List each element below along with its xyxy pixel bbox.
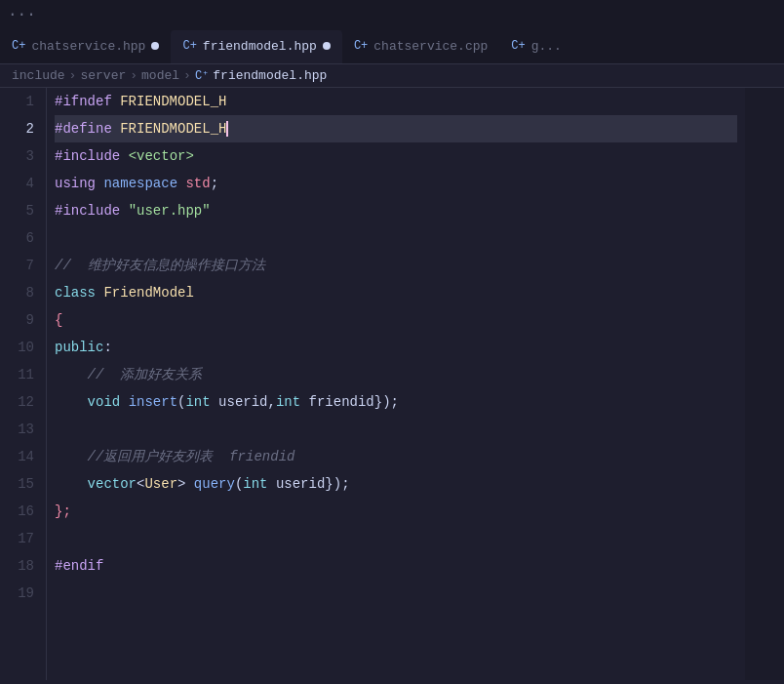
token-15-8: int: [243, 470, 267, 498]
code-line-6: [55, 224, 737, 252]
code-line-19: [55, 580, 737, 607]
token-4-4: std: [185, 170, 210, 197]
token-12-9: int: [276, 388, 300, 416]
token-8-2: FriendModel: [103, 279, 193, 306]
code-line-14: //返回用户好友列表 friendid: [55, 443, 737, 470]
token-11-0: //: [55, 361, 112, 388]
cpp-icon: C⁺: [195, 68, 209, 83]
line-number-18: 18: [8, 552, 34, 580]
line-number-12: 12: [8, 388, 34, 416]
code-line-5: #include "user.hpp": [55, 197, 737, 224]
token-4-5: ;: [211, 170, 218, 197]
line-number-17: 17: [8, 525, 34, 552]
code-line-1: #ifndef FRIENDMODEL_H: [55, 88, 737, 115]
tab-g-partial[interactable]: C+g...: [499, 30, 573, 63]
token-15-3: User: [144, 470, 177, 498]
token-15-1: vector: [88, 470, 137, 498]
line-number-11: 11: [8, 361, 34, 388]
breadcrumb-part-include: include: [12, 68, 65, 83]
token-5-1: [120, 197, 128, 224]
token-12-10: [300, 388, 308, 416]
token-5-0: #include: [55, 197, 120, 224]
code-line-4: using namespace std;: [55, 170, 737, 197]
line-number-4: 4: [8, 170, 34, 197]
token-3-0: #include: [55, 142, 120, 170]
token-15-7: (: [235, 470, 243, 498]
token-7-0: //: [55, 252, 79, 279]
line-number-19: 19: [8, 580, 34, 607]
tab-label-g-partial: g...: [531, 39, 562, 54]
text-cursor: [226, 121, 228, 137]
line-number-16: 16: [8, 498, 34, 525]
code-content[interactable]: #ifndef FRIENDMODEL_H#define FRIENDMODEL…: [47, 88, 745, 680]
breadcrumb-sep-3: ›: [183, 68, 191, 83]
tab-label-friendmodel-hpp: friendmodel.hpp: [203, 39, 317, 54]
token-4-3: [177, 170, 185, 197]
title-bar: ···: [0, 0, 784, 29]
token-10-0: public: [55, 334, 103, 361]
token-12-11: friendid: [309, 388, 374, 416]
tab-dirty-indicator-chatservice-hpp: [151, 42, 159, 50]
line-number-6: 6: [8, 224, 34, 252]
line-number-8: 8: [8, 279, 34, 306]
tab-icon-g-partial: C+: [511, 39, 525, 53]
breadcrumb-file: C⁺ friendmodel.hpp: [195, 68, 327, 83]
line-number-1: 1: [8, 88, 34, 115]
more-menu-icon[interactable]: ···: [8, 6, 36, 23]
token-15-10: userid: [276, 470, 325, 498]
tab-friendmodel-hpp[interactable]: C+friendmodel.hpp: [171, 30, 341, 63]
token-10-1: :: [103, 334, 111, 361]
line-number-13: 13: [8, 416, 34, 443]
token-11-1: 添加好友关系: [112, 361, 202, 388]
token-16-0: };: [55, 498, 71, 525]
token-12-3: insert: [129, 388, 177, 416]
token-7-1: 维护好友信息的操作接口方法: [79, 252, 264, 279]
tab-icon-chatservice-hpp: C+: [12, 39, 25, 53]
token-12-0: [55, 388, 88, 416]
code-line-13: [55, 416, 737, 443]
breadcrumb: include › server › model › C⁺ friendmode…: [0, 64, 784, 88]
token-1-1: FRIENDMODEL_H: [112, 88, 227, 115]
tab-label-chatservice-hpp: chatservice.hpp: [31, 39, 145, 54]
token-4-1: [96, 170, 103, 197]
token-12-5: int: [185, 388, 210, 416]
token-12-4: (: [177, 388, 185, 416]
breadcrumb-filename: friendmodel.hpp: [213, 68, 327, 83]
tab-icon-chatservice-cpp: C+: [354, 39, 368, 53]
line-number-9: 9: [8, 306, 34, 334]
editor-area: 12345678910111213141516171819 #ifndef FR…: [0, 88, 784, 680]
breadcrumb-part-server: server: [80, 68, 126, 83]
token-15-4: >: [177, 470, 185, 498]
code-line-3: #include <vector>: [55, 142, 737, 170]
code-line-11: // 添加好友关系: [55, 361, 737, 388]
line-numbers: 12345678910111213141516171819: [0, 88, 47, 680]
code-line-10: public:: [55, 334, 737, 361]
line-number-3: 3: [8, 142, 34, 170]
line-number-7: 7: [8, 252, 34, 279]
token-5-2: "user.hpp": [129, 197, 211, 224]
token-2-0: #define: [55, 115, 112, 142]
token-15-5: [185, 470, 193, 498]
token-9-0: {: [55, 306, 62, 334]
token-12-8: ,: [268, 388, 276, 416]
token-3-1: [120, 142, 128, 170]
breadcrumb-sep-1: ›: [69, 68, 77, 83]
breadcrumb-sep-2: ›: [130, 68, 137, 83]
code-line-7: // 维护好友信息的操作接口方法: [55, 252, 737, 279]
token-8-0: class: [55, 279, 96, 306]
code-line-17: [55, 525, 737, 552]
line-number-10: 10: [8, 334, 34, 361]
minimap: [745, 88, 784, 680]
code-line-18: #endif: [55, 552, 737, 580]
tab-chatservice-cpp[interactable]: C+chatservice.cpp: [342, 30, 499, 63]
breadcrumb-part-model: model: [141, 68, 179, 83]
line-number-15: 15: [8, 470, 34, 498]
code-line-16: };: [55, 498, 737, 525]
token-15-11: });: [325, 470, 349, 498]
token-12-1: void: [88, 388, 121, 416]
code-line-12: void insert(int userid,int friendid});: [55, 388, 737, 416]
tabs-bar: C+chatservice.hppC+friendmodel.hppC+chat…: [0, 29, 784, 64]
tab-chatservice-hpp[interactable]: C+chatservice.hpp: [0, 30, 171, 63]
token-15-9: [268, 470, 276, 498]
token-3-2: <vector>: [129, 142, 194, 170]
